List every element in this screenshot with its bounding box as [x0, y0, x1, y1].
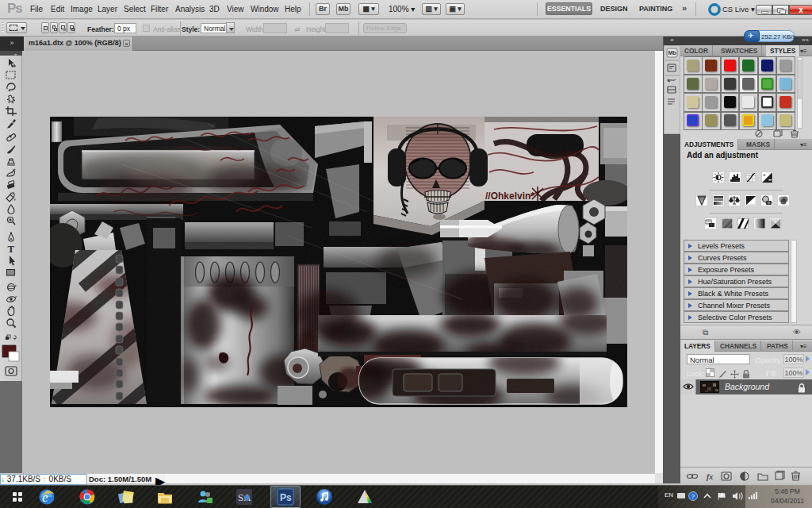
svg-text:T: T: [8, 243, 15, 255]
svg-text:Ps: Ps: [280, 492, 292, 503]
svg-text:?: ?: [691, 493, 695, 500]
svg-text:Mb: Mb: [668, 50, 676, 56]
svg-text:+: +: [763, 172, 766, 177]
svg-text:fx: fx: [707, 472, 713, 481]
